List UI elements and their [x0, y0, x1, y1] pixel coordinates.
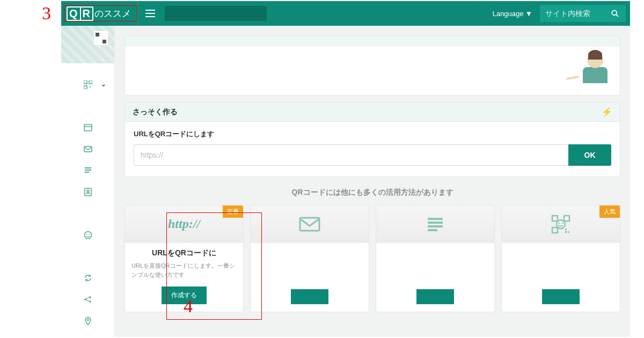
search-icon — [611, 10, 619, 17]
sidebar-menu — [61, 63, 114, 338]
mail-icon — [298, 212, 321, 236]
bolt-icon: ⚡ — [602, 107, 612, 117]
window-icon — [84, 123, 92, 132]
sidebar-item-share[interactable] — [61, 289, 114, 310]
logo-text: のススメ — [94, 8, 131, 20]
site-logo[interactable]: QR のススメ — [61, 1, 138, 26]
sidebar-item-qr[interactable] — [61, 74, 114, 95]
qr-icon — [94, 31, 108, 45]
annotation-3: 3 — [42, 3, 51, 24]
svg-point-0 — [612, 10, 617, 15]
url-input[interactable] — [134, 144, 568, 166]
svg-rect-8 — [84, 146, 92, 152]
quick-make-title: さっそく作る — [133, 107, 178, 117]
grid-icon — [84, 80, 92, 89]
cards-row: 定番 http:// URLをQRコードに URLを直接QRコードにします。一番… — [125, 205, 620, 312]
sidebar-item-mail[interactable] — [61, 138, 114, 160]
svg-point-10 — [87, 190, 89, 192]
url-field-label: URLをQRコードにします — [134, 129, 611, 139]
svg-rect-6 — [84, 124, 92, 131]
svg-rect-26 — [568, 231, 569, 233]
svg-rect-2 — [84, 80, 87, 84]
smile-icon — [84, 231, 92, 239]
id-card-icon — [84, 188, 92, 196]
card-design-qr[interactable]: 人気 — [501, 205, 620, 312]
svg-rect-21 — [552, 227, 558, 233]
hamburger-menu-button[interactable] — [138, 10, 163, 17]
svg-point-22 — [557, 220, 565, 229]
top-navbar: QR のススメ Language ▼ — [61, 1, 630, 26]
sidebar-item-refresh[interactable] — [61, 267, 114, 289]
cards-section-title: QRコードには他にも多くの活用方法があります — [125, 188, 620, 197]
sidebar-item-text[interactable] — [61, 160, 114, 181]
hero-strip — [125, 36, 620, 47]
quick-make-header: さっそく作る ⚡ — [125, 102, 620, 122]
svg-point-13 — [89, 234, 90, 235]
svg-rect-19 — [552, 216, 558, 221]
svg-point-23 — [559, 222, 560, 223]
quick-make-panel: さっそく作る ⚡ URLをQRコードにします OK — [125, 102, 620, 177]
card-mail[interactable] — [250, 205, 369, 312]
text-lines-icon — [423, 212, 447, 236]
card-badge-standard: 定番 — [223, 205, 243, 218]
svg-rect-5 — [90, 86, 91, 87]
main-content: さっそく作る ⚡ URLをQRコードにします OK QRコードには他にも多くの活… — [115, 26, 630, 337]
hero-panel — [125, 35, 620, 95]
create-button[interactable] — [291, 289, 328, 304]
lines-icon — [84, 166, 92, 175]
http-icon: http:// — [168, 217, 200, 231]
svg-rect-25 — [565, 229, 567, 230]
language-selector[interactable]: Language ▼ — [485, 10, 540, 18]
search-input[interactable] — [540, 9, 604, 18]
sidebar-item-location[interactable] — [61, 310, 114, 332]
svg-point-16 — [89, 300, 91, 303]
svg-point-12 — [86, 234, 87, 235]
sidebar — [61, 26, 115, 337]
svg-point-17 — [87, 319, 89, 321]
svg-rect-4 — [84, 86, 87, 89]
language-label: Language ▼ — [493, 10, 532, 18]
assistant-avatar — [580, 52, 610, 83]
svg-line-1 — [616, 14, 618, 17]
sidebar-item-window[interactable] — [61, 117, 114, 138]
search-button[interactable] — [604, 5, 626, 22]
card-text[interactable] — [376, 205, 495, 312]
card-title: URLをQRコードに — [131, 248, 237, 258]
sidebar-item-emoji[interactable] — [61, 224, 114, 246]
svg-rect-18 — [300, 218, 319, 231]
card-desc: URLを直接QRコードにします。一番シンプルな使い方です — [131, 261, 237, 279]
svg-point-11 — [84, 232, 91, 239]
pin-icon — [84, 317, 92, 325]
svg-point-15 — [89, 296, 91, 298]
ok-button[interactable]: OK — [568, 144, 611, 166]
sidebar-item-contact[interactable] — [61, 181, 114, 203]
create-button[interactable] — [542, 289, 580, 304]
create-button[interactable] — [416, 289, 454, 304]
qr-smile-icon — [549, 212, 573, 236]
site-search — [540, 5, 626, 22]
hamburger-icon — [145, 10, 155, 17]
svg-rect-3 — [89, 80, 92, 84]
svg-rect-20 — [564, 216, 569, 221]
url-input-row: OK — [134, 144, 611, 166]
mail-icon — [84, 145, 92, 153]
card-badge-popular: 人気 — [599, 205, 620, 218]
create-button[interactable]: 作成する — [162, 286, 207, 304]
refresh-icon — [84, 274, 92, 282]
card-url-to-qr[interactable]: 定番 http:// URLをQRコードに URLを直接QRコードにします。一番… — [125, 205, 244, 312]
svg-point-14 — [84, 298, 86, 300]
share-icon — [84, 295, 92, 304]
svg-point-24 — [562, 222, 563, 223]
svg-rect-27 — [565, 231, 567, 233]
sidebar-hero-image — [61, 26, 114, 63]
topbar-dark-field[interactable] — [165, 6, 267, 21]
logo-qr-icon: QR — [67, 6, 93, 21]
